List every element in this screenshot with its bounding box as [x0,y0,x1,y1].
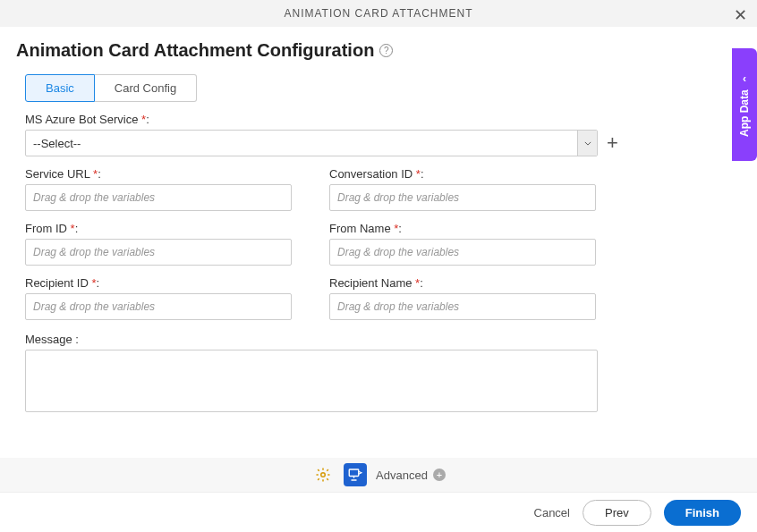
from-name-label: From Name *: [329,222,596,235]
plus-circle-icon: + [433,469,446,481]
recipient-id-input[interactable]: Drag & drop the variables [25,293,292,320]
form-area: MS Azure Bot Service *: --Select-- + Ser… [16,113,741,412]
page-title: Animation Card Attachment Configuration [16,40,374,61]
from-id-field: From ID *: Drag & drop the variables [25,222,292,266]
message-input[interactable] [25,350,598,412]
chevron-left-icon: ‹ [743,72,746,85]
footer: Cancel Prev Finish [0,492,757,532]
recipient-id-label: Recipient ID *: [25,276,292,290]
finish-button[interactable]: Finish [664,500,741,526]
modal-header: ANIMATION CARD ATTACHMENT ✕ [0,0,757,27]
form-columns: Service URL *: Drag & drop the variables… [25,167,741,331]
close-icon[interactable]: ✕ [734,5,748,25]
left-col: Service URL *: Drag & drop the variables… [25,167,292,331]
conversation-id-field: Conversation ID *: Drag & drop the varia… [329,167,596,211]
service-url-label: Service URL *: [25,167,292,181]
service-url-input[interactable]: Drag & drop the variables [25,184,292,211]
message-label: Message : [25,333,741,346]
add-service-button[interactable]: + [607,133,618,153]
recipient-name-field: Recipient Name *: Drag & drop the variab… [329,276,596,320]
gear-icon[interactable] [311,463,335,486]
recipient-name-input[interactable]: Drag & drop the variables [329,293,596,320]
modal-title: ANIMATION CARD ATTACHMENT [285,7,473,20]
toolbar: Advanced + [0,458,757,492]
from-name-input[interactable]: Drag & drop the variables [329,239,596,266]
recipient-id-field: Recipient ID *: Drag & drop the variable… [25,276,292,320]
tab-bar: Basic Card Config [25,74,741,102]
azure-select[interactable]: --Select-- [25,130,598,156]
from-id-input[interactable]: Drag & drop the variables [25,239,292,266]
from-id-label: From ID *: [25,222,292,235]
recipient-name-label: Recipient Name *: [329,276,596,290]
advanced-label-text: Advanced [376,469,428,482]
azure-select-value: --Select-- [26,131,577,156]
from-name-field: From Name *: Drag & drop the variables [329,222,596,266]
help-icon[interactable]: ? [379,44,393,57]
flow-node-icon[interactable] [344,463,367,486]
app-data-panel-toggle[interactable]: App Data ‹ [732,48,757,161]
conversation-id-label: Conversation ID *: [329,167,596,181]
service-url-field: Service URL *: Drag & drop the variables [25,167,292,211]
message-field: Message : [25,333,741,412]
azure-label: MS Azure Bot Service *: [25,113,741,126]
side-tab-label: App Data [738,90,751,138]
svg-rect-1 [349,469,359,477]
prev-button[interactable]: Prev [583,500,651,526]
cancel-button[interactable]: Cancel [534,506,570,519]
chevron-down-icon[interactable] [577,131,597,156]
tab-basic[interactable]: Basic [25,74,95,102]
title-row: Animation Card Attachment Configuration … [16,40,741,61]
advanced-button[interactable]: Advanced + [376,469,446,482]
tab-card-config[interactable]: Card Config [95,74,197,102]
content-area: Animation Card Attachment Configuration … [0,27,757,412]
conversation-id-input[interactable]: Drag & drop the variables [329,184,596,211]
right-col: Conversation ID *: Drag & drop the varia… [329,167,596,331]
azure-select-row: --Select-- + [25,130,741,156]
svg-point-0 [321,473,326,477]
